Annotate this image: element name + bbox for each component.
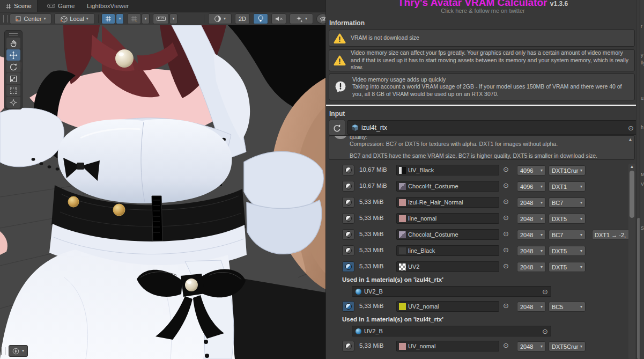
texture-active-toggle[interactable] <box>342 197 354 208</box>
rotate-tool-button[interactable] <box>6 61 20 72</box>
measure-tool-button[interactable] <box>153 13 169 24</box>
scene-camera-dropdown[interactable]: ▾ <box>9 345 28 357</box>
object-picker-icon[interactable]: ⊙ <box>503 246 509 253</box>
shading-mode-dropdown[interactable]: ▾ <box>208 13 232 24</box>
object-picker-icon[interactable]: ⊙ <box>503 166 509 173</box>
tab-lightboxviewer[interactable]: LightboxViewer <box>82 0 134 12</box>
scroll-up-arrow[interactable]: ▲ <box>628 164 635 169</box>
format-value: BC5 <box>552 304 563 310</box>
grid-snap-options-dropdown[interactable]: ▾ <box>116 13 124 24</box>
object-picker-icon[interactable]: ⊙ <box>503 182 509 189</box>
grid-align-options-dropdown[interactable]: ▾ <box>142 13 150 24</box>
toggle-2d-button[interactable]: 2D <box>235 13 250 24</box>
resolution-dropdown[interactable]: 4096 ▾ <box>517 165 546 175</box>
format-dropdown[interactable]: DXT5 ▾ <box>549 246 586 256</box>
chevron-down-icon: ▾ <box>541 249 543 253</box>
sphere-icon <box>345 247 352 254</box>
resolution-dropdown[interactable]: 2048 ▾ <box>517 302 546 312</box>
texture-active-toggle[interactable] <box>342 213 354 224</box>
resolution-dropdown[interactable]: 2048 ▾ <box>517 197 546 208</box>
format-value: DXT5Crur <box>552 343 579 350</box>
clipped-text-fragment: u, <box>641 96 644 101</box>
tab-game[interactable]: Game <box>42 0 80 12</box>
resolution-value: 2048 <box>520 232 533 238</box>
object-picker-icon[interactable]: ⊙ <box>503 302 509 309</box>
grid-align-toggle[interactable] <box>127 13 141 24</box>
move-tool-button[interactable] <box>6 49 20 61</box>
format-dropdown[interactable]: DXT5 ▾ <box>549 262 586 272</box>
twitter-link[interactable]: Click here & follow me on twitter <box>326 8 640 14</box>
resolution-dropdown[interactable]: 2048 ▾ <box>517 341 546 351</box>
measure-options-dropdown[interactable]: ▾ <box>169 13 177 24</box>
texture-active-toggle[interactable] <box>342 165 354 175</box>
object-picker-icon[interactable]: ⊙ <box>503 230 509 237</box>
resolution-dropdown[interactable]: 2048 ▾ <box>517 246 546 256</box>
orientation-dropdown[interactable]: Local ▾ <box>54 13 95 24</box>
object-picker-icon[interactable]: ⊙ <box>503 262 509 269</box>
format-dropdown[interactable]: DXT5 ▾ <box>549 214 586 224</box>
rect-tool-button[interactable] <box>6 85 20 96</box>
format-suggestion-button[interactable]: DXT1 → -2, <box>592 230 631 240</box>
format-dropdown[interactable]: DXT1Crur ▾ <box>549 165 586 175</box>
format-value: BC7 <box>552 232 563 238</box>
object-picker-icon[interactable]: ⊙ <box>503 214 509 221</box>
texture-active-toggle[interactable] <box>342 181 354 192</box>
texture-object-field[interactable]: UV2 <box>396 261 499 272</box>
texture-object-field[interactable]: line_nomal <box>396 213 499 224</box>
texture-object-field[interactable]: Izul-Re_Hair_Normal <box>396 197 499 208</box>
avatar-object-field[interactable]: izul4t_rtx ⊙ <box>347 120 637 135</box>
pivot-mode-dropdown[interactable]: Center ▾ <box>10 13 51 24</box>
compression-info-box[interactable]: quality: Compression: BC7 or DXT5 for te… <box>329 135 635 160</box>
transform-tool-button[interactable] <box>6 97 20 108</box>
scale-tool-button[interactable] <box>6 73 20 84</box>
format-dropdown[interactable]: BC5 ▾ <box>549 302 586 312</box>
grid-snap-toggle[interactable] <box>101 13 115 24</box>
object-picker-icon[interactable]: ⊙ <box>503 342 509 349</box>
chevron-down-icon: ▾ <box>541 185 543 189</box>
format-dropdown[interactable]: BC7 ▾ <box>549 230 586 240</box>
audio-mute-toggle[interactable] <box>271 13 286 24</box>
texture-object-field[interactable]: line_Black <box>396 245 499 256</box>
texture-object-field[interactable]: UV_Black <box>396 165 499 175</box>
texture-object-field[interactable]: UV_nomal <box>396 341 499 351</box>
material-object-field[interactable]: UV2_B ⊙ <box>352 286 551 297</box>
format-dropdown[interactable]: DXT5Crur ▾ <box>549 341 586 351</box>
format-dropdown[interactable]: DXT1 ▾ <box>549 181 586 192</box>
resolution-dropdown[interactable]: 2048 ▾ <box>517 214 546 224</box>
scene-effects-dropdown[interactable]: ▾ <box>290 13 313 24</box>
scroll-up-arrow[interactable]: ▲ <box>628 137 633 142</box>
object-picker-icon[interactable]: ⊙ <box>503 198 509 205</box>
list-scrollbar[interactable]: ▲ <box>628 164 635 359</box>
format-dropdown[interactable]: BC7 ▾ <box>549 197 586 208</box>
overlay-drag-handle[interactable] <box>1 347 5 355</box>
texture-name: line_Black <box>408 247 435 254</box>
resolution-dropdown[interactable]: 2048 ▾ <box>517 230 546 240</box>
resolution-dropdown[interactable]: 4096 ▾ <box>517 181 546 192</box>
scrollbar-thumb[interactable] <box>630 171 634 218</box>
scene-lighting-toggle[interactable] <box>253 13 268 24</box>
texture-object-field[interactable]: Chocol4t_Costume <box>396 181 499 192</box>
texture-active-toggle[interactable] <box>342 229 354 240</box>
refresh-button[interactable] <box>329 120 345 136</box>
sphere-icon <box>345 183 352 189</box>
texture-active-toggle[interactable] <box>342 245 354 256</box>
texture-object-field[interactable]: UV2_nomal <box>396 301 499 312</box>
resolution-dropdown[interactable]: 2048 ▾ <box>517 262 546 272</box>
tools-drag-handle[interactable] <box>5 32 22 37</box>
info-text: Video memory usage adds up quickly Takin… <box>352 76 630 98</box>
object-picker-icon[interactable]: ⊙ <box>628 124 634 131</box>
texture-active-toggle[interactable] <box>342 261 354 272</box>
texture-entry: 10,67 MiB Chocol4t_Costume ⊙ 4096 ▾ DXT1… <box>326 180 636 194</box>
tab-scene[interactable]: Scene <box>0 0 38 12</box>
toolbar-drag-handle[interactable] <box>3 15 8 23</box>
texture-active-toggle[interactable] <box>342 301 354 312</box>
texture-object-field[interactable]: Chocolat_Costume <box>396 229 499 240</box>
texture-active-toggle[interactable] <box>342 341 354 351</box>
material-object-field[interactable]: UV2_B ⊙ <box>352 326 551 336</box>
object-picker-icon[interactable]: ⊙ <box>542 328 548 335</box>
scene-pane: Scene Game LightboxViewer Center ▾ Local… <box>0 0 325 359</box>
object-picker-icon[interactable]: ⊙ <box>542 288 548 295</box>
panel-scrollbar[interactable] <box>636 0 640 359</box>
scene-viewport[interactable]: ▾ <box>0 25 325 359</box>
hand-tool-button[interactable] <box>6 38 20 49</box>
